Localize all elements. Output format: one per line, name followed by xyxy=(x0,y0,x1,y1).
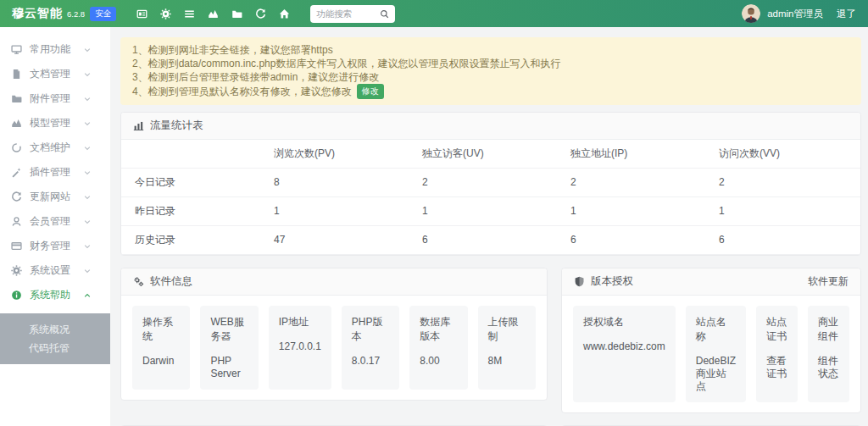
license-value[interactable]: 组件状态 xyxy=(818,355,839,380)
info-icon xyxy=(11,290,22,301)
license-box: 商业组件 组件状态 xyxy=(808,306,849,402)
menu-icon[interactable] xyxy=(184,8,195,19)
sidebar-item-label: 文档维护 xyxy=(30,141,83,155)
info-value: Darwin xyxy=(142,355,180,368)
function-search[interactable] xyxy=(310,5,395,23)
info-label: WEB服务器 xyxy=(210,315,248,344)
sidebar-item-label: 系统帮助 xyxy=(30,288,83,302)
home-icon[interactable] xyxy=(279,8,290,19)
user-area: admin管理员 退了 xyxy=(742,4,856,23)
software-info-header: 软件信息 xyxy=(121,268,547,296)
sidebar-item[interactable]: 附件管理 xyxy=(0,86,110,111)
gears-icon xyxy=(133,276,144,287)
column-header: 独立访客(UV) xyxy=(415,140,564,169)
license-value[interactable]: 查看证书 xyxy=(766,355,787,380)
cell-ip: 6 xyxy=(564,226,712,255)
circle-icon xyxy=(11,142,22,153)
chart-area-icon[interactable] xyxy=(208,8,219,19)
cell-uv: 1 xyxy=(415,197,564,226)
license-label: 站点证书 xyxy=(766,315,787,344)
cell-uv: 2 xyxy=(415,169,564,197)
cell-pv: 1 xyxy=(267,197,415,226)
license-card: 版本授权 软件更新 授权域名 www.dedebiz.com 站点名称 Dede… xyxy=(561,268,861,413)
license-value[interactable]: DedeBIZ商业站点 xyxy=(696,355,736,393)
sidebar-item[interactable]: 系统设置 xyxy=(0,258,110,283)
table-row: 今日记录 8 2 2 2 xyxy=(121,169,860,197)
logout-button[interactable]: 退了 xyxy=(837,8,856,20)
software-info-box: 上传限制 8M xyxy=(478,306,536,390)
sidebar-item-label: 常用功能 xyxy=(30,42,83,57)
gear-icon xyxy=(11,265,22,276)
fix-badge[interactable]: 修改 xyxy=(357,84,384,99)
traffic-stats-title: 流量统计表 xyxy=(150,119,203,133)
cell-vv: 2 xyxy=(712,169,860,197)
table-corner-cell xyxy=(121,140,267,169)
search-input[interactable] xyxy=(316,8,380,19)
cell-ip: 2 xyxy=(564,169,712,197)
info-value: 127.0.0.1 xyxy=(279,340,321,353)
notice-text: 1、检测到网址非安全链接，建议您部署https xyxy=(132,43,333,57)
license-header: 版本授权 软件更新 xyxy=(562,268,860,296)
security-badge[interactable]: 安全 xyxy=(90,7,116,21)
chevron-down-icon xyxy=(83,46,92,54)
sidebar-item-label: 文档管理 xyxy=(30,67,83,81)
chevron-down-icon xyxy=(83,169,92,177)
license-box: 站点名称 DedeBIZ商业站点 xyxy=(686,306,746,402)
sidebar-item[interactable]: 模型管理 xyxy=(0,111,110,136)
license-title: 版本授权 xyxy=(591,274,633,289)
version-label: 6.2.8 xyxy=(67,9,85,19)
license-box: 站点证书 查看证书 xyxy=(756,306,798,402)
software-info-box: IP地址 127.0.0.1 xyxy=(269,306,331,390)
sidebar-menu: 常用功能 文档管理 附件管理 模型管理 xyxy=(0,37,110,307)
software-info-box: WEB服务器 PHP Server xyxy=(200,306,258,390)
software-info-title: 软件信息 xyxy=(150,274,192,289)
notice-line: 2、检测到data/common.inc.php数据库文件写入权限，建议您以管理… xyxy=(132,57,849,70)
sidebar-item[interactable]: 文档维护 xyxy=(0,136,110,160)
license-value[interactable]: www.dedebiz.com xyxy=(583,340,665,353)
chevron-down-icon xyxy=(83,193,92,202)
avatar[interactable] xyxy=(742,4,760,23)
sidebar-item-label: 模型管理 xyxy=(30,116,83,130)
gear-icon[interactable] xyxy=(160,8,171,19)
info-label: 上传限制 xyxy=(488,315,526,344)
software-update-link[interactable]: 软件更新 xyxy=(808,274,849,289)
traffic-stats-card: 流量统计表 浏览次数(PV) 独立访客(UV) 独立地址(IP) 访问次数(VV… xyxy=(120,112,861,256)
refresh-icon[interactable] xyxy=(255,8,266,19)
user-icon xyxy=(11,216,22,227)
info-value: PHP Server xyxy=(210,355,248,380)
sidebar-submenu-item[interactable]: 代码托管 xyxy=(0,339,110,357)
info-value: 8M xyxy=(488,355,526,368)
security-notice-panel: 1、检测到网址非安全链接，建议您部署https 2、检测到data/common… xyxy=(120,37,861,105)
sidebar-item-label: 插件管理 xyxy=(30,165,83,180)
sidebar-item[interactable]: 插件管理 xyxy=(0,160,110,185)
username[interactable]: admin管理员 xyxy=(767,8,823,20)
sidebar-item[interactable]: 常用功能 xyxy=(0,37,110,62)
table-body: 今日记录 8 2 2 2 昨日记录 1 1 1 1 xyxy=(121,169,860,255)
license-body: 授权域名 www.dedebiz.com 站点名称 DedeBIZ商业站点 站点… xyxy=(562,296,860,412)
software-info-card: 软件信息 操作系统 Darwin WEB服务器 PHP Server xyxy=(120,268,548,401)
sidebar-item[interactable]: 系统帮助 xyxy=(0,283,110,307)
sidebar-item[interactable]: 更新网站 xyxy=(0,185,110,209)
info-value: 8.00 xyxy=(420,355,457,368)
table-header-row: 浏览次数(PV) 独立访客(UV) 独立地址(IP) 访问次数(VV) xyxy=(121,140,860,169)
chevron-down-icon xyxy=(83,218,92,226)
license-label: 授权域名 xyxy=(583,315,665,329)
sidebar-item[interactable]: 会员管理 xyxy=(0,209,110,234)
toolbar xyxy=(136,8,290,19)
notice-line: 1、检测到网址非安全链接，建议您部署https xyxy=(132,43,849,57)
notice-line: 4、检测到管理员默认名称没有修改，建议您修改 修改 xyxy=(132,84,849,99)
sidebar-item[interactable]: 财务管理 xyxy=(0,234,110,258)
row-label: 历史记录 xyxy=(121,226,267,255)
cell-uv: 6 xyxy=(415,226,564,255)
card-icon xyxy=(11,241,22,252)
main-content: 1、检测到网址非安全链接，建议您部署https 2、检测到data/common… xyxy=(110,27,868,426)
folder-icon[interactable] xyxy=(231,8,242,19)
article-icon[interactable] xyxy=(136,8,147,19)
traffic-stats-table: 浏览次数(PV) 独立访客(UV) 独立地址(IP) 访问次数(VV) 今日记录… xyxy=(121,140,860,255)
chevron-down-icon xyxy=(83,70,92,79)
sidebar-item[interactable]: 文档管理 xyxy=(0,62,110,86)
sidebar-submenu-item[interactable]: 系统概况 xyxy=(0,320,110,339)
notice-text: 2、检测到data/common.inc.php数据库文件写入权限，建议您以管理… xyxy=(132,57,560,70)
sidebar-item-label: 系统设置 xyxy=(30,263,83,278)
row-label: 昨日记录 xyxy=(121,197,267,226)
